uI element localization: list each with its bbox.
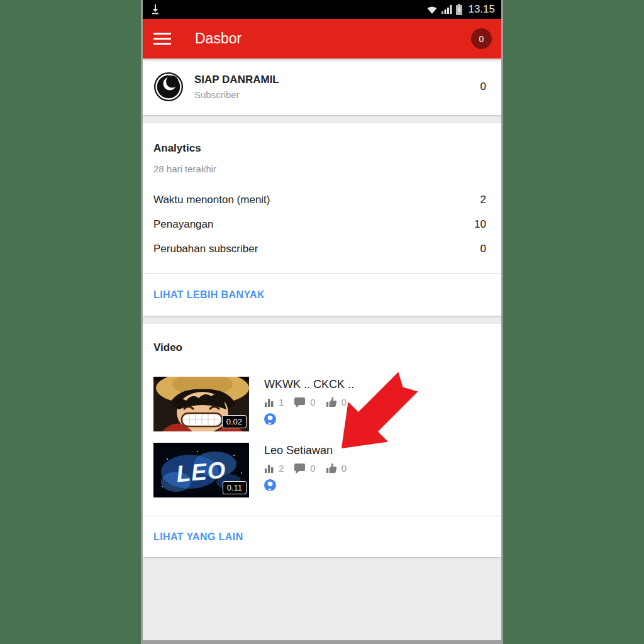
metric-label: Waktu menonton (menit) bbox=[153, 194, 480, 206]
video-thumbnail[interactable]: 0.02 bbox=[153, 377, 249, 431]
analytics-bars-icon bbox=[264, 397, 274, 408]
channel-row[interactable]: SIAP DANRAMIL Subscriber 0 bbox=[143, 58, 501, 115]
metric-row-subscriber-change: Perubahan subscriber 0 bbox=[143, 236, 501, 261]
metric-value: 2 bbox=[480, 194, 486, 206]
video-title: Leo Setiawan bbox=[264, 444, 357, 457]
channel-avatar bbox=[153, 72, 184, 102]
videos-card: Video bbox=[143, 324, 501, 557]
likes-stat: 0 bbox=[326, 397, 347, 408]
wifi-icon bbox=[426, 5, 438, 14]
views-count: 1 bbox=[279, 397, 284, 408]
metric-label: Perubahan subscriber bbox=[153, 243, 480, 255]
see-more-analytics-link[interactable]: LIHAT LEBIH BANYAK bbox=[143, 274, 501, 316]
video-title: WKWK .. CKCK .. bbox=[264, 378, 357, 391]
status-bar: 13.15 bbox=[143, 0, 501, 19]
views-stat: 1 bbox=[264, 397, 284, 408]
analytics-bars-icon bbox=[264, 464, 274, 474]
video-duration: 0.11 bbox=[223, 481, 247, 494]
app-bar: Dasbor 0 bbox=[143, 19, 501, 58]
see-other-videos-link[interactable]: LIHAT YANG LAIN bbox=[143, 516, 501, 557]
channel-name: SIAP DANRAMIL bbox=[194, 74, 279, 86]
comment-icon bbox=[294, 463, 306, 474]
menu-icon[interactable] bbox=[153, 33, 171, 45]
analytics-period: 28 hari terakhir bbox=[153, 164, 501, 175]
public-globe-icon bbox=[264, 479, 276, 491]
subscriber-label: Subscriber bbox=[194, 89, 279, 100]
metric-value: 10 bbox=[474, 218, 486, 231]
page-title: Dasbor bbox=[195, 30, 242, 47]
subscriber-count: 0 bbox=[480, 80, 486, 93]
phone-screenshot: 13.15 Dasbor 0 SIAP DANRAMIL Subscriber … bbox=[141, 0, 503, 644]
metric-label: Penayangan bbox=[153, 218, 474, 231]
video-duration: 0.02 bbox=[222, 415, 247, 428]
thumbs-up-icon bbox=[326, 463, 337, 474]
clock: 13.15 bbox=[468, 3, 495, 16]
metric-row-views: Penayangan 10 bbox=[143, 212, 501, 236]
comments-stat: 0 bbox=[294, 397, 315, 408]
analytics-title: Analytics bbox=[153, 142, 501, 155]
metric-value: 0 bbox=[480, 243, 486, 255]
video-thumbnail[interactable]: LEO 0.11 bbox=[153, 443, 249, 497]
comments-count: 0 bbox=[310, 397, 315, 408]
comments-count: 0 bbox=[310, 463, 315, 474]
likes-count: 0 bbox=[341, 397, 347, 408]
views-stat: 2 bbox=[264, 463, 284, 474]
likes-stat: 0 bbox=[326, 463, 347, 474]
video-row[interactable]: LEO 0.11 Leo Setiawan 2 bbox=[143, 443, 501, 497]
battery-charging-icon bbox=[455, 4, 463, 15]
download-icon bbox=[149, 3, 162, 16]
thumbs-up-icon bbox=[326, 397, 337, 408]
likes-count: 0 bbox=[341, 463, 347, 474]
thumbnail-text: LEO bbox=[175, 457, 227, 487]
video-row[interactable]: 0.02 WKWK .. CKCK .. 1 bbox=[143, 377, 501, 431]
public-globe-icon bbox=[264, 413, 276, 425]
comment-icon bbox=[294, 397, 306, 408]
analytics-card: Analytics 28 hari terakhir Waktu menonto… bbox=[143, 123, 501, 316]
notification-badge[interactable]: 0 bbox=[471, 28, 492, 49]
comments-stat: 0 bbox=[294, 463, 315, 474]
metric-row-watch-time: Waktu menonton (menit) 2 bbox=[143, 187, 501, 212]
signal-icon bbox=[441, 5, 452, 14]
videos-title: Video bbox=[153, 341, 501, 354]
views-count: 2 bbox=[279, 463, 284, 474]
